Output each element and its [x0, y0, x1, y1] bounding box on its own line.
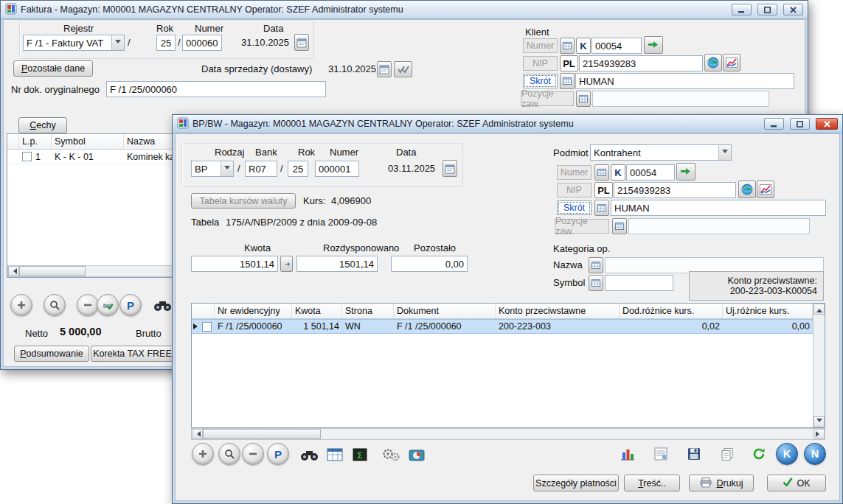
bp-hscrollbar[interactable]	[191, 428, 825, 440]
maximize-icon[interactable]	[757, 4, 777, 15]
pozostale-dane-button[interactable]: Pozostałe dane	[13, 60, 93, 77]
bp-titlebar[interactable]: BP/BW - Magazyn: M00001 MAGAZYN CENTRALN…	[173, 115, 842, 133]
scroll-left-icon[interactable]	[192, 429, 203, 439]
nip-prefix-button[interactable]: PL	[594, 182, 613, 198]
korekta-tax-free-button[interactable]: Korekta TAX FREE	[91, 346, 174, 362]
col-nr-ewidencyjny[interactable]: Nr ewidencyjny	[215, 304, 292, 318]
lookup-grid-icon[interactable]	[576, 91, 591, 107]
drukuj-button[interactable]: Drukuj	[689, 475, 754, 491]
delete-icon[interactable]	[242, 443, 264, 465]
col-strona[interactable]: Strona	[342, 304, 394, 318]
lookup-grid-icon[interactable]	[560, 73, 575, 89]
nrdok-field[interactable]: F /1 /25/000060	[106, 81, 326, 97]
podmiot-select[interactable]: Kontrahent	[590, 144, 732, 161]
table-row-selected[interactable]: F /1 /25/000060 1 501,14 WN F /1 /25/000…	[192, 319, 813, 334]
kontrahent-skrot-label[interactable]: Skrót	[557, 200, 592, 215]
pick-contractor-icon[interactable]	[676, 163, 695, 181]
close-icon[interactable]	[816, 118, 838, 130]
tresc-button[interactable]: Treść..	[624, 475, 680, 491]
print-confirm-icon[interactable]	[97, 294, 119, 316]
lookup-grid-icon[interactable]	[560, 38, 575, 54]
chevron-down-icon[interactable]	[111, 35, 124, 50]
add-icon[interactable]	[10, 294, 32, 316]
kwota-helper-icon[interactable]	[280, 256, 293, 272]
rodzaj-select[interactable]: BP	[191, 161, 234, 177]
rejestr-select[interactable]: F /1 - Faktury VAT	[23, 35, 125, 51]
kontrahent-numer-field[interactable]: 00054	[626, 164, 675, 181]
rok-field[interactable]: 25	[156, 35, 176, 51]
maximize-icon[interactable]	[790, 118, 810, 130]
delete-icon[interactable]	[77, 294, 99, 316]
nav-first-icon[interactable]: K	[776, 443, 798, 465]
row-checkbox[interactable]	[202, 322, 212, 332]
col-symbol[interactable]: Symbol	[52, 134, 124, 149]
podsumowanie-button[interactable]: Podsumowanie	[14, 346, 89, 362]
klient-nip-field[interactable]: 2154939283	[579, 55, 703, 71]
scroll-up-icon[interactable]	[813, 304, 825, 315]
settings-gears-icon[interactable]	[379, 446, 403, 463]
numer-field[interactable]: 000001	[315, 161, 359, 177]
klient-skrot-field[interactable]: HUMAN	[575, 73, 794, 89]
lookup-grid-icon[interactable]	[589, 257, 603, 273]
col-kwota[interactable]: Kwota	[292, 304, 342, 318]
save-icon[interactable]	[683, 445, 705, 463]
sum-sheet-icon[interactable]: Σ	[350, 447, 370, 463]
bank-field[interactable]: R07	[245, 161, 277, 177]
tab-cechy[interactable]: Cechy	[18, 117, 67, 133]
lookup-grid-icon[interactable]	[612, 218, 627, 234]
refresh-icon[interactable]	[748, 445, 770, 463]
scroll-down-icon[interactable]	[813, 416, 825, 427]
faktura-titlebar[interactable]: Faktura - Magazyn: M00001 MAGAZYN CENTRA…	[1, 1, 808, 19]
find-binoculars-icon[interactable]	[152, 298, 174, 312]
calendar-icon[interactable]	[443, 160, 457, 177]
calendar-icon[interactable]	[294, 34, 309, 51]
klient-numer-field[interactable]: 00054	[592, 38, 642, 54]
add-icon[interactable]	[192, 443, 214, 465]
globe-icon[interactable]	[704, 54, 722, 71]
kontrahent-nip-field[interactable]: 2154939283	[614, 182, 736, 198]
col-lp[interactable]: L.p.	[19, 134, 52, 149]
scroll-right-icon[interactable]	[813, 429, 825, 439]
kwota-field[interactable]: 1501,14	[191, 256, 278, 272]
col-konto-przeciwstawne[interactable]: Konto przeciwstawne	[496, 304, 620, 318]
calendar-icon[interactable]	[377, 61, 392, 77]
lookup-grid-icon[interactable]	[594, 200, 609, 216]
find-binoculars-icon[interactable]	[298, 447, 322, 462]
lookup-grid-icon[interactable]	[594, 164, 609, 181]
kontrahent-skrot-field[interactable]: HUMAN	[611, 200, 826, 216]
zoom-icon[interactable]	[44, 294, 66, 316]
confirm-check-icon[interactable]	[394, 61, 412, 77]
chevron-down-icon[interactable]	[718, 145, 731, 160]
symbol-field[interactable]	[605, 275, 673, 291]
scroll-left-icon[interactable]	[8, 266, 19, 276]
bp-vscrollbar[interactable]	[813, 304, 825, 427]
kontrahent-code-button[interactable]: K	[611, 164, 625, 181]
row-checkbox[interactable]	[22, 152, 32, 161]
analysis-box-icon[interactable]	[407, 447, 426, 463]
szczegoly-platnosci-button[interactable]: Szczegóły płatności	[533, 475, 619, 491]
col-dod-roznice[interactable]: Dod.różnice kurs.	[620, 304, 723, 318]
globe-icon[interactable]	[738, 181, 756, 198]
lookup-grid-icon[interactable]	[589, 275, 603, 291]
notes-icon[interactable]	[651, 445, 671, 463]
klient-code-button[interactable]: K	[576, 38, 591, 54]
table-view-icon[interactable]	[325, 447, 345, 463]
p-icon[interactable]: P	[119, 294, 142, 316]
nip-prefix-button[interactable]: PL	[560, 55, 578, 71]
pick-contractor-icon[interactable]	[644, 36, 663, 54]
tabela-kursow-button[interactable]: Tabela kursów waluty	[191, 193, 296, 209]
copy-icon[interactable]	[716, 445, 738, 463]
chevron-down-icon[interactable]	[221, 161, 233, 176]
chart-icon[interactable]	[723, 54, 740, 71]
numer-field[interactable]: 000060	[182, 35, 222, 51]
nav-last-icon[interactable]: N	[804, 443, 826, 465]
rok-field[interactable]: 25	[288, 161, 308, 177]
col-dokument[interactable]: Dokument	[394, 304, 496, 318]
p-icon[interactable]: P	[267, 443, 289, 465]
minimize-icon[interactable]	[732, 4, 752, 15]
col-uj-roznice[interactable]: Uj.różnice kurs.	[723, 304, 813, 318]
minimize-icon[interactable]	[764, 118, 784, 130]
report-chart-icon[interactable]	[617, 445, 639, 463]
klient-skrot-label[interactable]: Skrót	[523, 74, 558, 88]
chart-icon[interactable]	[757, 181, 774, 198]
